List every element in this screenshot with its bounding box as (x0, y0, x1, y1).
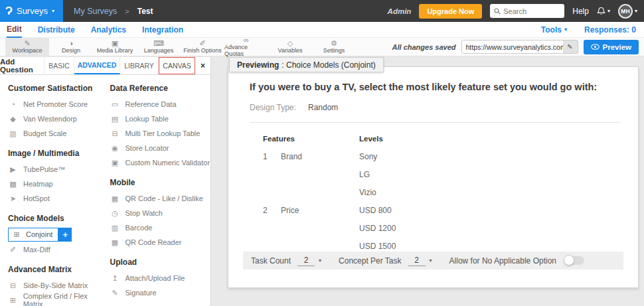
qtype-reference-data[interactable]: ▭ Reference Data (110, 97, 211, 112)
qr-code-icon: ▦ (110, 238, 120, 247)
help-link[interactable]: Help (572, 7, 589, 16)
toolbar-languages-label: Languages (144, 47, 174, 54)
close-icon[interactable]: × (195, 57, 210, 74)
qtype-stop-watch[interactable]: ◷ Stop Watch (110, 206, 211, 220)
toolbar-workspace[interactable]: ✎ Workspace (5, 38, 49, 56)
qtype-side-by-side-matrix[interactable]: ⊟ Side-By-Side Matrix (8, 278, 108, 293)
task-count-label: Task Count (251, 256, 291, 266)
upgrade-now-button[interactable]: Upgrade Now (419, 4, 482, 19)
qtype-heatmap[interactable]: ▩ Heatmap (8, 177, 108, 191)
qtype-net-promoter-score[interactable]: ◔ Net Promoter Score (8, 97, 108, 112)
qtype-label: Budget Scale (23, 129, 66, 137)
main-area: Add Question BASIC ADVANCED LIBRARY CANV… (0, 57, 644, 306)
chevron-down-icon: ▾ (564, 27, 567, 33)
toolbar-variables[interactable]: ◇ Variables (268, 38, 312, 56)
qtype-custom-numeric-validator[interactable]: ▣ Custom Numeric Validator (110, 155, 211, 170)
qtype-budget-scale[interactable]: ▥ Budget Scale (8, 126, 108, 141)
surveys-product-menu[interactable]: Ɂ Surveys ▾ (0, 0, 63, 22)
data-card-icon: ▭ (110, 100, 120, 109)
toolbar-languages[interactable]: ⌨ Languages (137, 38, 181, 56)
qtype-tubepulse[interactable]: ▶ TubePulse™ (8, 162, 108, 177)
toolbar-workspace-label: Workspace (13, 47, 42, 54)
upload-icon: ↥ (110, 274, 120, 283)
tools-menu[interactable]: Tools ▾ (541, 25, 567, 35)
design-type-label: Design Type: (250, 103, 308, 112)
features-levels-table: Features Levels 1 Brand Sony LG Vizio 2 … (263, 129, 619, 255)
qtype-van-westendorp[interactable]: ◆ Van Westendorp (8, 112, 108, 126)
qtype-store-locator[interactable]: ◉ Store Locator (110, 141, 211, 155)
search-input[interactable] (503, 7, 556, 15)
survey-toolbar: ✎ Workspace ◑ Design ▣ Media Library ⌨ L… (0, 38, 644, 56)
qtype-attach-upload-file[interactable]: ↥ Attach/Upload File (110, 271, 211, 285)
tab-basic[interactable]: BASIC (44, 57, 74, 74)
toolbar-design[interactable]: ◑ Design (49, 38, 93, 56)
spacer (281, 165, 359, 183)
breadcrumb-separator-icon: > (125, 7, 129, 15)
survey-url-input[interactable]: https://www.surveyanalytics.com/t/AI77 (462, 40, 563, 53)
qtype-label: Complex Grid / Flex Matrix (23, 292, 108, 306)
preview-button[interactable]: Preview (584, 40, 639, 54)
wand-icon: ✐ (8, 246, 18, 254)
tab-distribute[interactable]: Distribute (38, 22, 75, 38)
tab-analytics[interactable]: Analytics (91, 22, 126, 38)
toolbar-variables-label: Variables (278, 47, 303, 54)
add-conjoint-button[interactable]: + (58, 228, 72, 242)
levels-header: Levels (359, 129, 619, 147)
previewing-badge: Previewing : Choice Models (Conjoint) (229, 57, 384, 72)
qtype-label: Conjoint (26, 230, 52, 238)
qtype-qr-like-dislike[interactable]: ▦ QR Code - Like / Dislike (110, 191, 211, 206)
qtype-multi-tier-lookup[interactable]: ⊟ Multi Tier Lookup Table (110, 126, 211, 141)
tab-advanced[interactable]: ADVANCED (74, 57, 120, 74)
level-value: LG (359, 165, 619, 183)
conjoint-preview-card: If you were to buy a TV, select the most… (228, 66, 639, 288)
section-upload: Upload (110, 258, 211, 267)
spacer (281, 183, 359, 201)
qtype-hotspot[interactable]: ➤ HotSpot (8, 191, 108, 206)
stacked-table-icon: ⊟ (110, 129, 120, 138)
image-icon: ▣ (112, 40, 118, 47)
table-icon: ▤ (110, 115, 120, 123)
chevron-down-icon: ▾ (319, 258, 321, 264)
keyboard-icon: ⌨ (153, 40, 164, 47)
breadcrumb-my-surveys[interactable]: My Surveys (74, 7, 117, 16)
toolbar-settings[interactable]: ⚙ Settings (312, 38, 356, 56)
spacer (263, 183, 281, 201)
concept-per-task-select[interactable]: 2 ▾ (408, 256, 432, 266)
bar-chart-icon: ▥ (8, 129, 18, 138)
toggle-knob (564, 255, 574, 266)
survey-url-control: https://www.surveyanalytics.com/t/AI77 ✎ (461, 40, 578, 54)
signature-icon: ✎ (110, 289, 120, 297)
qtype-barcode[interactable]: ▥ Barcode (110, 220, 211, 235)
qtype-max-diff[interactable]: ✐ Max-Diff (8, 242, 108, 257)
notifications-menu[interactable]: ▾ (597, 7, 610, 16)
toolbar-advance-quotas[interactable]: ∞ Advance Quotas (224, 38, 268, 56)
task-count-select[interactable]: 2 ▾ (297, 256, 321, 266)
panel-column-2: Data Reference ▭ Reference Data ▤ Lookup… (110, 82, 211, 306)
account-menu[interactable]: MH ▾ (618, 4, 637, 19)
tab-library[interactable]: LIBRARY (120, 57, 159, 74)
no-applicable-option-toggle[interactable] (564, 256, 584, 265)
tab-integration[interactable]: Integration (142, 22, 183, 38)
chevron-down-icon: ▾ (607, 9, 610, 14)
bell-icon (597, 7, 605, 16)
qtype-complex-grid[interactable]: ⊞ Complex Grid / Flex Matrix (8, 293, 108, 306)
qtype-conjoint[interactable]: ⊞ Conjoint (8, 228, 58, 242)
qtype-qr-code-reader[interactable]: ▦ QR Code Reader (110, 235, 211, 250)
tab-canvas[interactable]: CANVAS (159, 57, 195, 74)
toolbar-media-library[interactable]: ▣ Media Library (93, 38, 137, 56)
qtype-signature[interactable]: ✎ Signature (110, 285, 211, 300)
tab-edit[interactable]: Edit (7, 22, 22, 38)
qtype-lookup-table[interactable]: ▤ Lookup Table (110, 112, 211, 126)
qtype-label: Heatmap (23, 180, 53, 188)
design-type-row: Design Type: Random (250, 103, 617, 112)
search-box[interactable] (490, 4, 564, 18)
responses-link[interactable]: Responses: 0 (584, 25, 636, 35)
section-advanced-matrix: Advanced Matrix (8, 265, 108, 274)
toolbar-finish-options[interactable]: ✐ Finish Options (181, 38, 224, 56)
qtype-label: Stop Watch (125, 209, 163, 217)
qtype-label: TubePulse™ (23, 165, 65, 173)
qtype-label: Net Promoter Score (23, 100, 88, 108)
edit-url-pencil-icon[interactable]: ✎ (563, 40, 578, 53)
level-value: USD 1200 (359, 219, 619, 237)
module-nav: Edit Distribute Analytics Integration To… (0, 22, 644, 38)
